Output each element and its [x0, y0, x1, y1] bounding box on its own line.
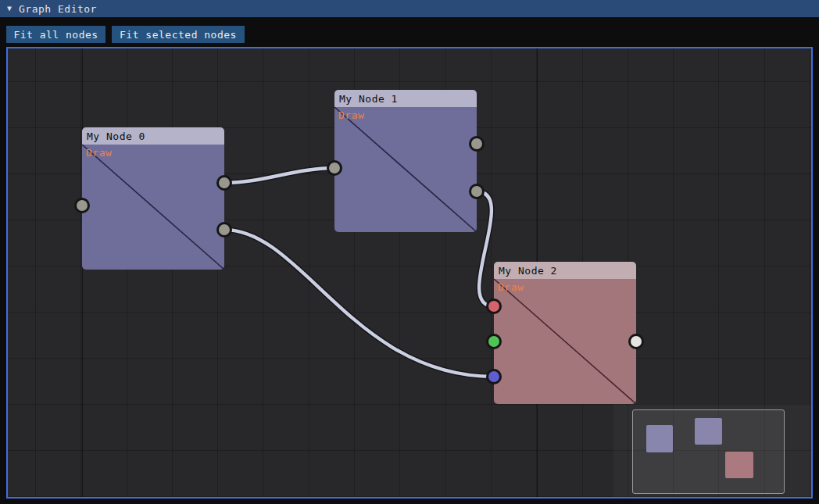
fit-selected-nodes-button[interactable]: Fit selected nodes [112, 26, 245, 43]
pin-node2-output[interactable] [628, 334, 644, 349]
window-title: Graph Editor [19, 3, 97, 15]
node-body: Draw [334, 107, 477, 232]
node-diagonal-line [494, 279, 636, 404]
graph-node[interactable]: My Node 0 Draw [82, 127, 224, 270]
node-title: My Node 0 [87, 130, 145, 142]
link-wire-node0-output-1-to-node2-input-blue[interactable] [224, 230, 494, 377]
pin-node2-input-blue[interactable] [486, 369, 502, 384]
node-diagonal-line [82, 145, 224, 270]
fit-all-nodes-button[interactable]: Fit all nodes [6, 26, 106, 43]
node-body: Draw [82, 145, 224, 270]
collapse-arrow-icon[interactable]: ▼ [7, 0, 12, 17]
pin-node1-output-0[interactable] [469, 136, 485, 152]
link-wire-node1-output-1-to-node2-input-red[interactable] [477, 191, 494, 306]
node-header[interactable]: My Node 1 [334, 90, 477, 107]
node-header[interactable]: My Node 2 [494, 262, 636, 279]
pin-node1-output-1[interactable] [469, 184, 485, 199]
link-wire-outline [224, 230, 494, 377]
node-header[interactable]: My Node 0 [82, 127, 224, 145]
node-draw-label: Draw [498, 281, 524, 293]
graph-canvas[interactable]: My Node 0 Draw My Node 1 Draw My Node 2 … [6, 47, 813, 499]
window-titlebar[interactable]: ▼ Graph Editor [0, 0, 819, 17]
node-title: My Node 1 [339, 93, 398, 105]
pin-node2-input-green[interactable] [486, 334, 502, 349]
graph-editor-app: ▼ Graph Editor Fit all nodes Fit selecte… [0, 0, 819, 504]
graph-node[interactable]: My Node 2 Draw [494, 262, 636, 404]
node-title: My Node 2 [499, 265, 557, 277]
pin-node2-input-red[interactable] [486, 298, 502, 314]
minimap-node-rect [725, 452, 753, 478]
minimap-node-rect [646, 425, 673, 452]
node-body: Draw [494, 279, 636, 404]
minimap[interactable] [632, 409, 785, 494]
minimap-node-rect [695, 418, 722, 445]
node-draw-label: Draw [338, 109, 364, 121]
toolbar: Fit all nodes Fit selected nodes [6, 26, 245, 43]
node-draw-label: Draw [86, 147, 112, 159]
pin-node0-input[interactable] [74, 198, 90, 213]
pin-node0-output-0[interactable] [216, 175, 232, 191]
pin-node0-output-1[interactable] [216, 222, 232, 238]
node-diagonal-line [334, 107, 477, 232]
graph-node[interactable]: My Node 1 Draw [334, 90, 477, 232]
pin-node1-input[interactable] [327, 160, 342, 176]
link-wire-node0-output-0-to-node1-input[interactable] [224, 168, 334, 183]
